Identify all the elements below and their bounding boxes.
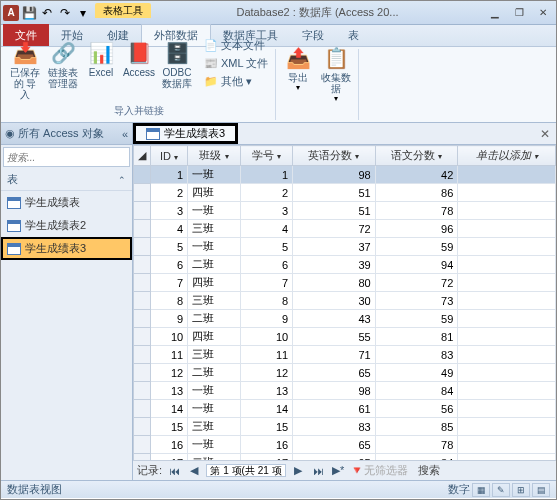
cell[interactable]: 14: [240, 400, 292, 418]
cell[interactable]: 四班: [188, 328, 241, 346]
cell[interactable]: 37: [293, 238, 376, 256]
row-selector[interactable]: [134, 184, 151, 202]
nav-expand-icon[interactable]: ◉: [5, 127, 15, 140]
cell[interactable]: 59: [375, 310, 458, 328]
row-selector[interactable]: [134, 418, 151, 436]
cell[interactable]: 71: [293, 346, 376, 364]
cell[interactable]: 84: [375, 382, 458, 400]
row-selector[interactable]: [134, 310, 151, 328]
cell[interactable]: 13: [240, 382, 292, 400]
restore-button[interactable]: ❐: [508, 5, 530, 21]
cell[interactable]: 4: [151, 220, 188, 238]
column-header[interactable]: 单击以添加 ▾: [458, 146, 556, 166]
cell[interactable]: 55: [293, 328, 376, 346]
cell[interactable]: 一班: [188, 436, 241, 454]
text-file-button[interactable]: 📄文本文件: [201, 37, 271, 54]
nav-item-table-2[interactable]: 学生成绩表2: [1, 214, 132, 237]
redo-icon[interactable]: ↷: [57, 5, 73, 21]
cell[interactable]: 一班: [188, 238, 241, 256]
excel-button[interactable]: 📊Excel: [83, 37, 119, 102]
cell[interactable]: 三班: [188, 220, 241, 238]
table-row[interactable]: 2四班25186: [134, 184, 556, 202]
cell[interactable]: 7: [240, 274, 292, 292]
cell[interactable]: 15: [151, 418, 188, 436]
table-row[interactable]: 9二班94359: [134, 310, 556, 328]
cell[interactable]: 51: [293, 202, 376, 220]
collect-data-button[interactable]: 📋收集数据▾: [318, 42, 354, 105]
cell[interactable]: 1: [151, 166, 188, 184]
cell[interactable]: 6: [151, 256, 188, 274]
nav-section-tables[interactable]: 表⌃: [1, 169, 132, 191]
table-row[interactable]: 5一班53759: [134, 238, 556, 256]
cell[interactable]: 72: [293, 220, 376, 238]
row-selector[interactable]: [134, 202, 151, 220]
cell[interactable]: 13: [151, 382, 188, 400]
table-row[interactable]: 4三班47296: [134, 220, 556, 238]
view-sql-button[interactable]: ⊞: [512, 483, 530, 497]
cell[interactable]: 9: [240, 310, 292, 328]
cell[interactable]: 85: [375, 418, 458, 436]
cell[interactable]: 12: [151, 364, 188, 382]
first-record-button[interactable]: ⏮: [166, 464, 182, 478]
cell[interactable]: 四班: [188, 184, 241, 202]
save-icon[interactable]: 💾: [21, 5, 37, 21]
cell[interactable]: 81: [375, 328, 458, 346]
cell[interactable]: 94: [375, 256, 458, 274]
row-selector[interactable]: [134, 274, 151, 292]
view-layout-button[interactable]: ▤: [532, 483, 550, 497]
cell[interactable]: 7: [151, 274, 188, 292]
row-selector[interactable]: [134, 220, 151, 238]
column-header[interactable]: 语文分数 ▾: [375, 146, 458, 166]
row-selector[interactable]: [134, 292, 151, 310]
cell[interactable]: 39: [293, 256, 376, 274]
table-row[interactable]: 3一班35178: [134, 202, 556, 220]
qat-dropdown-icon[interactable]: ▾: [75, 5, 91, 21]
column-header[interactable]: 班级 ▾: [188, 146, 241, 166]
document-tab[interactable]: 学生成绩表3: [133, 123, 238, 144]
nav-search-input[interactable]: [7, 152, 134, 163]
cell[interactable]: 98: [293, 166, 376, 184]
cell[interactable]: 12: [240, 364, 292, 382]
cell[interactable]: 78: [375, 436, 458, 454]
cell[interactable]: 73: [375, 292, 458, 310]
nav-header[interactable]: ◉ 所有 Access 对象 «: [1, 123, 132, 145]
cell[interactable]: 11: [151, 346, 188, 364]
minimize-button[interactable]: ▁: [484, 5, 506, 21]
cell[interactable]: 72: [375, 274, 458, 292]
cell[interactable]: 83: [293, 418, 376, 436]
table-row[interactable]: 12二班126549: [134, 364, 556, 382]
row-selector[interactable]: [134, 256, 151, 274]
table-row[interactable]: 16一班166578: [134, 436, 556, 454]
app-icon[interactable]: A: [3, 5, 19, 21]
row-selector[interactable]: [134, 166, 151, 184]
row-selector[interactable]: [134, 436, 151, 454]
cell[interactable]: 65: [293, 364, 376, 382]
close-button[interactable]: ✕: [532, 5, 554, 21]
cell[interactable]: 6: [240, 256, 292, 274]
next-record-button[interactable]: ▶: [290, 464, 306, 478]
cell[interactable]: 30: [293, 292, 376, 310]
cell[interactable]: 8: [240, 292, 292, 310]
prev-record-button[interactable]: ◀: [186, 464, 202, 478]
cell[interactable]: 59: [375, 238, 458, 256]
cell[interactable]: 三班: [188, 346, 241, 364]
cell[interactable]: 61: [293, 400, 376, 418]
table-row[interactable]: 13一班139884: [134, 382, 556, 400]
table-row[interactable]: 11三班117183: [134, 346, 556, 364]
export-button[interactable]: 📤导出▾: [280, 42, 316, 105]
cell[interactable]: 一班: [188, 382, 241, 400]
row-selector[interactable]: [134, 328, 151, 346]
cell[interactable]: 二班: [188, 256, 241, 274]
cell[interactable]: 一班: [188, 202, 241, 220]
cell[interactable]: 16: [240, 436, 292, 454]
cell[interactable]: 11: [240, 346, 292, 364]
new-record-button[interactable]: ▶*: [330, 464, 346, 478]
cell[interactable]: 16: [151, 436, 188, 454]
table-row[interactable]: 8三班83073: [134, 292, 556, 310]
table-row[interactable]: 1一班19842: [134, 166, 556, 184]
row-selector[interactable]: [134, 400, 151, 418]
cell[interactable]: 一班: [188, 400, 241, 418]
cell[interactable]: 5: [151, 238, 188, 256]
row-selector[interactable]: [134, 382, 151, 400]
saved-imports-button[interactable]: 📥已保存的 导入: [7, 37, 43, 102]
